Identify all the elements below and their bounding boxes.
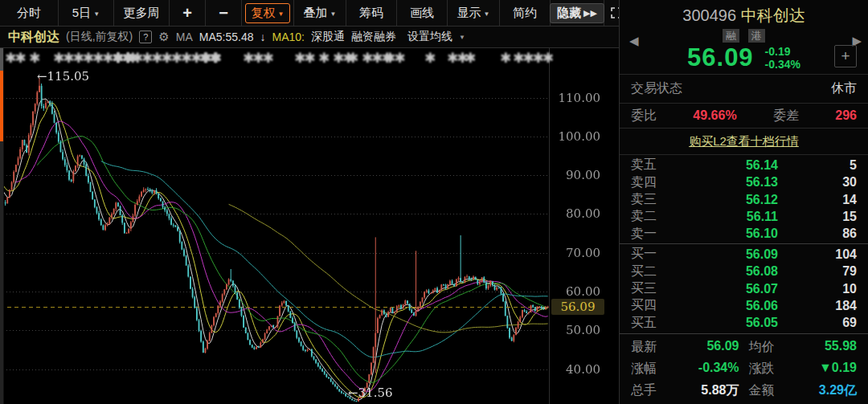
- ask-level-label: 卖三: [631, 191, 676, 208]
- stat-value: 56.09: [706, 339, 739, 356]
- change-value: -0.19: [765, 45, 791, 58]
- stat-value: ▼0.19: [819, 361, 857, 377]
- toolbar-button-筹码[interactable]: 筹码: [346, 0, 397, 26]
- ask-level-label: 卖五: [631, 157, 676, 173]
- help-icon[interactable]: ?: [139, 31, 152, 43]
- quote-panel: ◀ ▶ 300496 中科创达 融 港 56.09 -0.19 -0.34% +…: [619, 0, 868, 404]
- weibi-value: 49.66%: [693, 108, 736, 123]
- bid-row[interactable]: 买五56.0569: [620, 315, 868, 332]
- chart-canvas[interactable]: [0, 48, 619, 404]
- event-marker-icon: ✱: [347, 50, 357, 67]
- ask-row[interactable]: 卖二56.1115: [620, 208, 868, 225]
- price-block: 56.09 -0.19 -0.34%: [620, 43, 868, 72]
- ask-level-label: 卖二: [631, 208, 676, 225]
- price-axis-tick: 70.00: [549, 246, 610, 260]
- ask-price: 56.10: [676, 226, 778, 241]
- stat-label: 涨幅: [631, 361, 657, 377]
- event-marker-icon: ✱✱: [294, 50, 314, 67]
- price-axis-tick: 110.00: [549, 91, 610, 105]
- event-marker-icon: ✱: [318, 50, 328, 67]
- bid-price: 56.09: [676, 247, 778, 262]
- ask-qty: 30: [809, 175, 857, 190]
- bid-row[interactable]: 买三56.0710: [620, 280, 868, 297]
- add-to-watchlist-button[interactable]: +: [834, 45, 857, 67]
- bid-book: 买一56.09104买二56.0879买三56.0710买四56.06184买五…: [620, 244, 868, 334]
- bid-price: 56.05: [676, 316, 778, 330]
- chart-column: 分时5日▼更多周+−复权▼叠加▼筹码画线显示▼简约隐藏▶▶ 中科创达 (日线,前…: [0, 0, 619, 404]
- left-scroll-strip[interactable]: [0, 48, 4, 404]
- price-axis-tick: 40.00: [549, 362, 610, 377]
- quote-stats: 最新56.09均价55.98涨幅-0.34%涨跌▼0.19总手5.88万金额3.…: [620, 334, 868, 404]
- change-percent: -0.34%: [765, 58, 800, 71]
- ask-row[interactable]: 卖五56.145: [620, 157, 868, 173]
- bid-qty: 79: [809, 264, 857, 279]
- ma-settings-button[interactable]: 设置均线: [407, 30, 452, 44]
- chart-toolbar: 分时5日▼更多周+−复权▼叠加▼筹码画线显示▼简约隐藏▶▶: [0, 0, 619, 27]
- bid-row[interactable]: 买二56.0879: [620, 263, 868, 280]
- stock-code: 300496: [682, 6, 736, 24]
- price-axis-tick: 50.00: [549, 323, 610, 337]
- szhk-connect-link[interactable]: 深股通: [311, 30, 345, 44]
- ma5-legend: MA5:55.48: [199, 31, 254, 43]
- toolbar-button-−[interactable]: −: [206, 0, 242, 26]
- l2-promo-row: 购买L2查看十档行情: [620, 129, 868, 155]
- ask-qty: 15: [809, 210, 857, 224]
- toolbar-button-简约[interactable]: 简约: [500, 0, 551, 26]
- event-marker-icon: ✱: [127, 50, 137, 67]
- order-ratio-row: 委比 49.66% 委差 296: [620, 104, 868, 129]
- candlestick-chart[interactable]: ✱✱✱✱✱✱✱✱✱✱✱✱✱✱✱✱✱✱✱✱✱✱✱✱✱✱✱✱✱✱✱✱✱✱✱✱✱✱✱✱…: [0, 48, 619, 404]
- weicha-value: 296: [835, 108, 857, 123]
- ask-price: 56.14: [676, 158, 778, 173]
- bid-qty: 10: [809, 282, 857, 296]
- event-marker-icon: ✱✱: [447, 50, 467, 67]
- bid-row[interactable]: 买四56.06184: [620, 297, 868, 314]
- stat-value: 3.29亿: [819, 382, 857, 399]
- ask-row[interactable]: 卖三56.1214: [620, 191, 868, 208]
- ask-qty: 5: [809, 158, 857, 173]
- stat-cell: 总手5.88万: [631, 382, 739, 399]
- event-marker-icon: ✱: [424, 50, 434, 67]
- buy-l2-link[interactable]: 购买L2查看十档行情: [689, 134, 799, 149]
- margin-trading-link[interactable]: 融资融券: [351, 30, 396, 44]
- price-axis-tick: 90.00: [549, 168, 610, 182]
- ask-price: 56.11: [676, 210, 778, 224]
- stat-value: -0.34%: [698, 361, 739, 377]
- ask-row[interactable]: 卖一56.1086: [620, 226, 868, 243]
- bid-qty: 69: [809, 316, 857, 330]
- ma-group-label: MA: [176, 31, 193, 43]
- toolbar-button-更多周[interactable]: 更多周: [114, 0, 170, 26]
- toolbar-button-隐藏[interactable]: 隐藏▶▶: [551, 0, 604, 26]
- bid-price: 56.07: [676, 282, 778, 296]
- stat-row: 涨幅-0.34%涨跌▼0.19: [620, 358, 868, 380]
- chart-subtoolbar: 中科创达 (日线,前复权) ? ⚙ MA MA5:55.48 ↓ MA10: 深…: [0, 27, 619, 48]
- toolbar-button-复权[interactable]: 复权▼: [242, 0, 294, 26]
- toolbar-button-叠加[interactable]: 叠加▼: [294, 0, 346, 26]
- toolbar-button-5日[interactable]: 5日▼: [59, 0, 114, 26]
- ma10-legend: MA10:: [272, 31, 305, 43]
- stat-cell: 最新56.09: [631, 339, 739, 356]
- weibi-label: 委比: [631, 108, 657, 124]
- bid-level-label: 买四: [631, 297, 676, 314]
- toolbar-button-显示[interactable]: 显示▼: [448, 0, 500, 26]
- stat-row: 总手5.88万金额3.29亿: [620, 380, 868, 402]
- bid-level-label: 买五: [631, 315, 676, 332]
- stat-label: 金额: [749, 382, 775, 399]
- toolbar-button-+[interactable]: +: [170, 0, 206, 26]
- stat-row: 最新56.09均价55.98: [620, 337, 868, 358]
- ask-row[interactable]: 卖四56.1330: [620, 173, 868, 190]
- bid-qty: 104: [809, 247, 857, 262]
- stock-title: 300496 中科创达: [620, 0, 868, 27]
- event-marker-icon: ✱✱: [199, 50, 219, 67]
- ask-level-label: 卖一: [631, 226, 676, 243]
- stock-badges: 融 港: [620, 28, 868, 43]
- bid-row[interactable]: 买一56.09104: [620, 246, 868, 263]
- prev-stock-arrow-icon[interactable]: ◀: [629, 34, 639, 48]
- subtoolbar-stock-name: 中科创达: [8, 29, 59, 46]
- toolbar-button-画线[interactable]: 画线: [397, 0, 448, 26]
- gear-icon[interactable]: ⚙: [158, 30, 169, 44]
- toolbar-button-分时[interactable]: 分时: [0, 0, 59, 26]
- ask-price: 56.12: [676, 193, 778, 207]
- low-annotation: ←31.56: [348, 386, 393, 400]
- stat-label: 总手: [631, 382, 657, 399]
- weicha-label: 委差: [773, 108, 799, 124]
